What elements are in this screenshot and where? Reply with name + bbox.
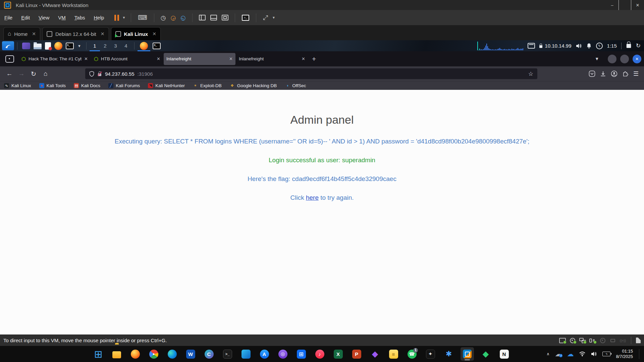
notifications-bell-icon[interactable] [586,43,592,49]
taskbar-edge-icon[interactable] [165,347,179,361]
firefox-minimize-button[interactable] [608,55,616,63]
bookmark-star-icon[interactable]: ☆ [528,70,533,77]
panel-clock[interactable]: 1:15 [607,43,617,49]
close-icon[interactable]: ✕ [101,31,105,37]
take-snapshot-icon[interactable]: ◷ [161,14,166,21]
taskbar-app-green-icon[interactable]: ◆ [479,347,492,361]
firefox-maximize-button[interactable] [620,55,629,63]
taskbar-photos-icon[interactable]: ✱ [442,347,455,361]
manage-snapshots-icon[interactable]: ◵ [180,14,186,21]
lock-screen-icon[interactable] [627,44,631,48]
logout-icon[interactable]: ↻ [636,42,641,49]
cpu-graph[interactable] [477,41,523,50]
signal-icon[interactable]: ((•)) [620,338,626,343]
browser-tab-3[interactable]: Inlanefreight✕ [164,53,235,65]
urlbar[interactable]: 94.237.60.55 :31906 ☆ [85,68,537,79]
taskbar-microsoft-store-icon[interactable]: ⊞ [294,347,308,361]
firefox-icon[interactable] [54,42,62,50]
wifi-icon[interactable] [579,351,586,357]
home-icon[interactable]: ⌂ [40,70,52,77]
workspace-1[interactable]: 1 [90,40,100,51]
launcher-dropdown-icon[interactable]: ▼ [77,44,81,48]
bookmark-kali-forums[interactable]: ╱Kali Forums [108,83,140,88]
browser-tab-2[interactable]: ⬡HTB Account✕ [91,53,163,65]
close-icon[interactable]: ✕ [84,56,88,61]
volume-icon[interactable] [591,351,597,357]
taskbar-file-explorer-icon[interactable] [110,347,123,361]
downloads-icon[interactable] [600,71,606,77]
window-list-firefox[interactable] [138,40,150,51]
menu-file[interactable]: File [0,15,17,20]
taskbar-word-icon[interactable]: W [184,347,197,361]
file-manager-icon[interactable] [34,43,42,49]
taskbar-app-purple-icon[interactable]: ◆ [368,347,382,361]
pause-dropdown-icon[interactable]: ▼ [122,16,125,19]
show-desktop-button[interactable] [639,349,639,359]
show-thumbnails-icon[interactable] [210,15,217,20]
cloud-status-icon[interactable]: ☁i [555,351,561,357]
bookmark-exploit-db[interactable]: ✴Exploit-DB [193,83,222,88]
back-icon[interactable]: ← [3,70,15,77]
vm-tab-kali-linux[interactable]: Kali Linux✕ [111,27,161,40]
display-icon[interactable] [528,43,535,49]
minimize-button[interactable]: – [606,0,619,10]
terminal-icon[interactable]: $_ [66,43,74,49]
window-list-terminal[interactable]: $_ [150,40,163,51]
retry-link[interactable]: here [306,194,319,201]
taskbar-chrome-icon[interactable]: ● [147,347,160,361]
text-editor-icon[interactable] [45,42,51,50]
taskbar-podcasts-icon[interactable]: ◎ [276,347,289,361]
usb-controller-icon[interactable] [609,338,616,343]
pocket-icon[interactable] [589,70,595,77]
hidden-icons-chevron[interactable]: ∧ [547,352,550,356]
account-icon[interactable] [611,70,618,77]
close-icon[interactable]: ✕ [32,31,36,37]
show-library-icon[interactable] [199,15,206,20]
reload-icon[interactable]: ↻ [28,70,40,78]
app-menu-icon[interactable]: ☰ [633,70,639,77]
taskbar-excel-icon[interactable]: X [331,347,345,361]
workspace-2[interactable]: 2 [100,40,110,51]
extensions-puzzle-icon[interactable] [622,71,629,77]
taskbar-powerpoint-icon[interactable]: P [350,347,363,361]
fullscreen-icon[interactable]: ⤢ [263,14,268,21]
menu-vm[interactable]: VM [54,15,70,20]
revert-snapshot-icon[interactable]: ◶ [170,14,176,21]
browser-tab-4[interactable]: Inlanefreight✕ [236,53,308,65]
taskbar-sticky-notes-icon[interactable]: ≡ [387,347,400,361]
taskbar-notion-icon[interactable]: N [497,347,511,361]
unity-view-icon[interactable] [222,15,228,20]
bookmark-google-hacking-db[interactable]: ❖Google Hacking DB [230,83,277,88]
network-adapter-icon[interactable] [579,338,586,343]
taskbar-start-icon[interactable]: ⊞ [92,347,105,361]
close-icon[interactable]: ✕ [157,56,160,61]
sound-icon[interactable] [589,338,596,343]
maximize-button[interactable] [619,0,631,10]
taskbar-vscode-icon[interactable] [239,347,253,361]
close-icon[interactable]: ✕ [302,56,305,61]
taskbar-vmware-workstation-icon[interactable] [461,347,474,361]
power-manager-icon[interactable]: ϟ [596,43,603,49]
close-button[interactable]: ✕ [631,0,644,10]
hard-disk-icon[interactable] [559,338,566,343]
bookmark-kali-docs[interactable]: ▤Kali Docs [74,83,100,88]
list-all-tabs-icon[interactable]: ▼ [595,56,599,61]
taskbar-whatsapp-icon[interactable]: ☎1 [405,347,419,361]
bookmark-kali-linux[interactable]: ∿Kali Linux [4,83,31,88]
app-purple-icon[interactable] [22,43,30,49]
vm-tab-debian-12-x-64-bit[interactable]: Debian 12.x 64-bit✕ [42,27,109,40]
taskbar-app-dark-icon[interactable]: ✦ [424,347,437,361]
workspace-4[interactable]: 4 [121,40,131,51]
volume-icon[interactable] [576,43,582,49]
menu-help[interactable]: Help [90,15,109,20]
vm-tab-home[interactable]: ⌂Home✕ [3,27,40,40]
menu-view[interactable]: View [34,15,54,20]
send-ctrl-alt-del-icon[interactable]: ⌨ [138,14,147,21]
forward-icon[interactable]: → [15,70,28,77]
menu-edit[interactable]: Edit [17,15,34,20]
bookmark-kali-tools[interactable]: ●Kali Tools [39,83,66,88]
fullscreen-dropdown-icon[interactable]: ▼ [272,16,275,19]
pause-button[interactable] [114,15,119,21]
close-icon[interactable]: ✕ [152,31,156,37]
firefox-view-icon[interactable] [5,55,14,63]
